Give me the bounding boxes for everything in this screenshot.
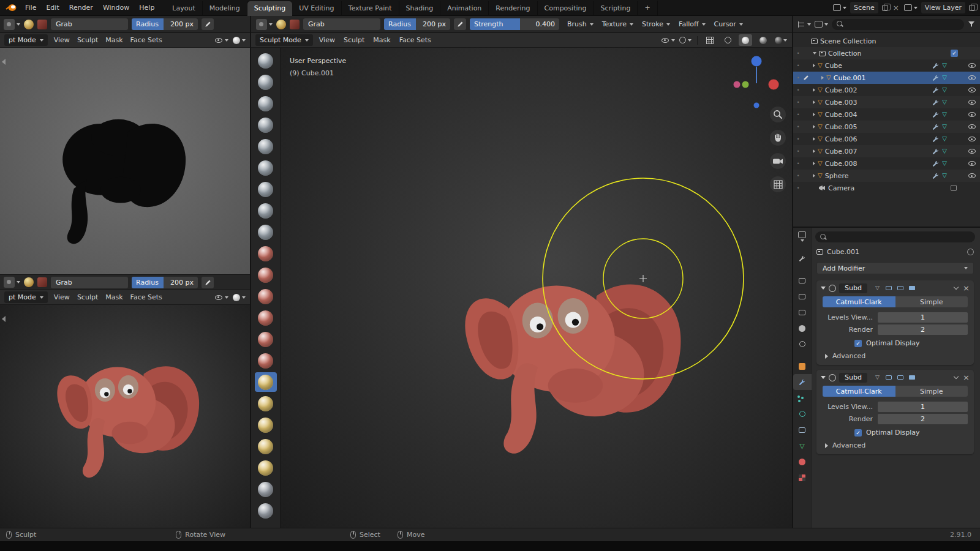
scene-type-dropdown[interactable]: [833, 4, 846, 11]
on-cage-toggle[interactable]: [896, 373, 905, 382]
dropdown-stroke[interactable]: Stroke: [638, 18, 674, 30]
disclosure-caret-icon[interactable]: [813, 100, 815, 104]
brush-selector-dropdown[interactable]: [4, 277, 20, 288]
view-layer-type-dropdown[interactable]: [904, 4, 918, 11]
brush-preview-icon[interactable]: [24, 20, 34, 29]
properties-tab-physics[interactable]: [793, 406, 812, 422]
unlink-scene-button[interactable]: ×: [892, 4, 900, 12]
visibility-eye-icon[interactable]: [968, 135, 976, 143]
brush-rotate[interactable]: [255, 501, 277, 520]
edit-mode-toggle[interactable]: ▽: [873, 284, 882, 293]
blender-logo-icon[interactable]: [5, 4, 17, 12]
brush-snake-hook[interactable]: [255, 415, 277, 435]
brush-scrape[interactable]: [255, 308, 277, 328]
brush-clay-strips[interactable]: [255, 115, 277, 135]
visibility-eye-icon[interactable]: [968, 123, 976, 130]
outliner-row-sphere[interactable]: •▽Sphere▽: [793, 170, 980, 182]
brush-name-field[interactable]: Grab: [303, 18, 380, 30]
menu-help[interactable]: Help: [134, 4, 159, 12]
modifier-name-field[interactable]: Subd: [839, 373, 867, 383]
brush-nudge[interactable]: [255, 479, 277, 499]
overlays-dropdown[interactable]: [214, 294, 228, 301]
properties-tab-texture[interactable]: [793, 470, 812, 485]
advanced-row[interactable]: Advanced: [825, 352, 968, 360]
disclosure-caret-icon[interactable]: [813, 174, 815, 178]
menu-view[interactable]: View: [54, 293, 70, 301]
disclosure-caret-icon[interactable]: [813, 149, 815, 153]
mode-dropdown[interactable]: Sculpt Mode: [255, 34, 313, 46]
workspace-tab-modeling[interactable]: Modeling: [203, 1, 247, 16]
visibility-eye-icon[interactable]: [968, 74, 976, 81]
brush-name-field[interactable]: Grab: [51, 277, 128, 288]
delete-modifier-button[interactable]: ×: [963, 284, 970, 292]
shading-dropdown[interactable]: [233, 294, 246, 301]
properties-tab-modifiers[interactable]: [793, 374, 812, 390]
brush-texture-icon[interactable]: [37, 20, 47, 29]
brush-multi-plane-scrape[interactable]: [255, 329, 277, 349]
workspace-tab-layout[interactable]: Layout: [165, 1, 202, 16]
brush-pinch[interactable]: [255, 351, 277, 370]
catmull-clark-button[interactable]: Catmull-Clark: [823, 386, 895, 397]
disclosure-caret-icon[interactable]: [813, 52, 816, 54]
visibility-eye-icon[interactable]: [968, 148, 976, 155]
outliner-row-cube-004[interactable]: •▽Cube.004▽: [793, 108, 980, 121]
strength-slider[interactable]: Strength 0.400: [470, 18, 559, 30]
extras-dropdown-icon[interactable]: [954, 285, 959, 290]
ortho-grid-button[interactable]: [770, 176, 786, 192]
scene-field[interactable]: Scene: [850, 2, 878, 13]
extras-dropdown-icon[interactable]: [954, 374, 959, 379]
outliner-row-scene-collection[interactable]: Scene Collection: [793, 35, 980, 47]
mode-dropdown[interactable]: pt Mode: [4, 291, 48, 303]
overlays-dropdown[interactable]: [214, 37, 228, 44]
modifier-name-field[interactable]: Subd: [839, 283, 867, 293]
radius-slider[interactable]: Radius 200 px: [132, 277, 198, 288]
properties-tab-particles[interactable]: [793, 390, 812, 406]
editor-type-dropdown[interactable]: [798, 21, 811, 28]
outliner-row-cube-003[interactable]: •▽Cube.003▽: [793, 96, 980, 108]
outliner-row-cube-001[interactable]: •▽Cube.001▽: [793, 72, 980, 84]
brush-elastic-deform[interactable]: [255, 394, 277, 413]
brush-inflate[interactable]: [255, 179, 277, 199]
toggle-xray-button[interactable]: [703, 34, 717, 46]
menu-render[interactable]: Render: [64, 4, 98, 12]
new-view-layer-button[interactable]: [969, 5, 975, 11]
advanced-row[interactable]: Advanced: [825, 441, 968, 449]
on-cage-toggle[interactable]: [896, 284, 905, 293]
menu-mask[interactable]: Mask: [105, 36, 123, 44]
disclosure-caret-icon[interactable]: [821, 76, 824, 80]
brush-thumb[interactable]: [255, 437, 277, 456]
filter-button[interactable]: [968, 21, 975, 28]
render-toggle[interactable]: [908, 284, 917, 293]
properties-tab-world[interactable]: [793, 336, 812, 352]
menu-mask[interactable]: Mask: [373, 36, 390, 44]
levels-render-field[interactable]: 2: [878, 324, 968, 335]
edit-mode-toggle[interactable]: ▽: [873, 373, 882, 382]
properties-editor-type-dropdown[interactable]: [798, 231, 806, 242]
collection-checkbox[interactable]: [951, 50, 958, 57]
pressure-toggle-button[interactable]: [202, 18, 214, 30]
levels-viewport-field[interactable]: 1: [878, 312, 968, 323]
add-modifier-button[interactable]: Add Modifier: [816, 262, 974, 274]
workspace-tab-sculpting[interactable]: Sculpting: [247, 1, 292, 16]
catmull-clark-button[interactable]: Catmull-Clark: [823, 296, 895, 307]
radius-pressure-button[interactable]: [454, 18, 466, 30]
brush-clay[interactable]: [255, 94, 277, 113]
radius-slider[interactable]: Radius 200 px: [384, 18, 450, 30]
properties-search-input[interactable]: [815, 231, 975, 242]
disclosure-caret-icon[interactable]: [813, 137, 815, 141]
brush-layer[interactable]: [255, 158, 277, 178]
shading-solid-button[interactable]: [739, 34, 752, 46]
dropdown-falloff[interactable]: Falloff: [674, 18, 709, 30]
properties-tab-output[interactable]: [793, 288, 812, 304]
workspace-tab-shading[interactable]: Shading: [399, 1, 441, 16]
workspace-tab-texture-paint[interactable]: Texture Paint: [342, 1, 399, 16]
visibility-eye-icon[interactable]: [968, 99, 976, 106]
menu-sculpt[interactable]: Sculpt: [77, 293, 98, 301]
dropdown-brush[interactable]: Brush: [563, 18, 598, 30]
outliner-row-cube-005[interactable]: •▽Cube.005▽: [793, 121, 980, 133]
viewport-a-canvas[interactable]: [0, 48, 250, 274]
shading-material-button[interactable]: [756, 34, 770, 46]
disclosure-caret-icon[interactable]: [813, 88, 815, 92]
outliner-row-collection[interactable]: •Collection: [793, 47, 980, 59]
disclosure-caret-icon[interactable]: [813, 162, 815, 165]
